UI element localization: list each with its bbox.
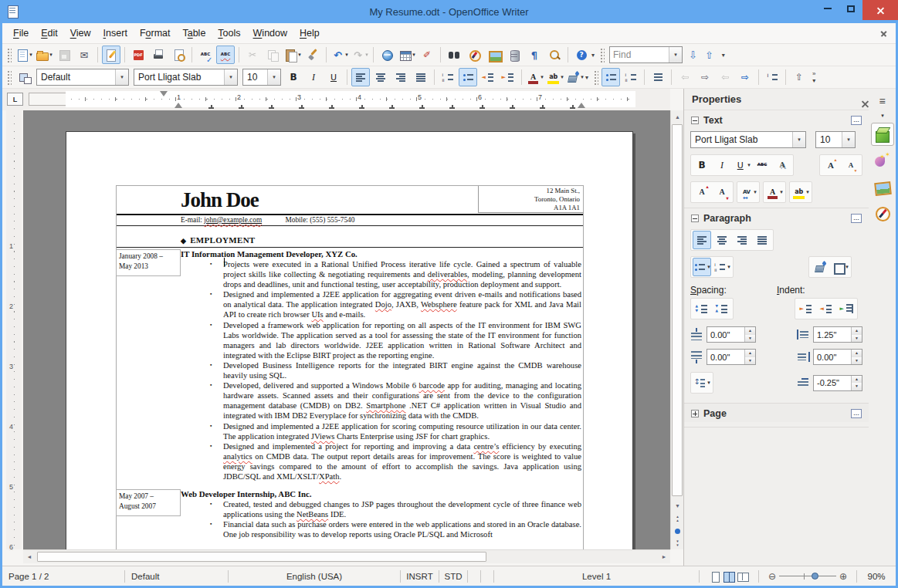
menu-file[interactable]: File — [7, 25, 35, 42]
status-insert-mode[interactable]: INSRT — [401, 566, 439, 586]
collapse-paragraph-section-button[interactable] — [691, 215, 699, 222]
align-justify-button[interactable] — [753, 231, 771, 249]
above-spacing-value[interactable]: 0.00" — [707, 330, 744, 340]
tab-stop-marker[interactable] — [449, 105, 455, 109]
restart-numbering-button[interactable] — [763, 68, 781, 86]
horizontal-scrollbar[interactable]: ◄ ► — [23, 549, 670, 563]
align-center-button[interactable] — [713, 231, 731, 249]
paragraph-style-combo[interactable]: Default ▾ — [36, 69, 129, 86]
find-replace-button[interactable] — [445, 46, 463, 64]
underline-button[interactable]: U▾ — [733, 156, 751, 174]
undo-dropdown[interactable]: ▾ — [345, 52, 348, 58]
numbering-list-on-off-button[interactable] — [622, 68, 640, 86]
font-color-button[interactable]: A▾ — [765, 183, 784, 201]
help-button[interactable]: ? — [572, 46, 591, 64]
email-document-button[interactable]: ✉ — [75, 46, 93, 64]
font-size-combo[interactable]: 10 ▾ — [242, 69, 281, 86]
first-line-indent-marker[interactable] — [160, 91, 168, 96]
strikethrough-button[interactable]: ABC — [753, 156, 771, 174]
switch-indent-button[interactable] — [837, 299, 856, 318]
find-previous-button[interactable]: ⇧ — [705, 49, 713, 61]
numbering-on-off-button[interactable] — [439, 68, 457, 86]
bullets-on-off-button[interactable] — [459, 68, 477, 86]
insert-table-dropdown[interactable]: ▾ — [412, 52, 415, 58]
align-left-button[interactable] — [351, 68, 370, 86]
before-indent-value[interactable]: 1.25" — [814, 330, 851, 340]
sidebar-menu-button[interactable]: ≡▾ — [869, 95, 896, 120]
page-dialog-launcher[interactable] — [851, 409, 862, 418]
next-page-button[interactable]: ▼ ▼ — [671, 537, 684, 549]
zoom-button[interactable] — [545, 46, 564, 64]
spinner-buttons[interactable]: ▲▼ — [744, 350, 755, 364]
tab-stop-marker[interactable] — [479, 105, 485, 109]
decrease-indent-button[interactable] — [479, 68, 497, 86]
paragraph-border-button[interactable]: ▾ — [831, 258, 849, 276]
before-indent-spinner[interactable]: 1.25" ▲▼ — [813, 326, 862, 343]
autospellcheck-button[interactable]: ABC — [216, 46, 235, 64]
promote-one-level-button[interactable]: ⇦ — [676, 68, 694, 86]
sidebar-tab-properties[interactable] — [871, 123, 894, 146]
find-input[interactable] — [610, 49, 669, 60]
collapse-text-section-button[interactable] — [691, 117, 699, 124]
move-up-button[interactable]: ⇧ — [790, 68, 808, 86]
zoom-slider[interactable] — [779, 571, 836, 582]
zoom-out-button[interactable]: ⊖ — [768, 571, 776, 582]
toolbar-grip[interactable] — [6, 69, 12, 85]
demote-with-subpoints-button[interactable]: ⇨ — [736, 68, 754, 86]
sidebar-font-name-combo[interactable]: Port Lligat Slab ▾ — [690, 131, 806, 148]
page-preview-button[interactable] — [169, 46, 188, 64]
bullets-button[interactable]: ▾ — [693, 258, 711, 276]
cut-button[interactable]: ✂ — [243, 46, 262, 64]
font-dropdown-button[interactable]: ▾ — [224, 69, 237, 85]
menu-help[interactable]: Help — [293, 25, 326, 42]
highlighting-button[interactable]: ab▾ — [791, 183, 810, 201]
toolbar-grip[interactable] — [6, 47, 12, 63]
align-left-button[interactable] — [693, 231, 711, 249]
edit-file-button[interactable] — [102, 46, 120, 64]
find-toolbar-overflow-button[interactable]: ▾ — [722, 52, 727, 59]
sidebar-tab-gallery[interactable] — [871, 175, 894, 198]
decrease-spacing-button[interactable] — [713, 299, 731, 318]
bullets-list-on-off-button[interactable] — [601, 68, 620, 86]
status-outline-level[interactable]: Level 1 — [494, 566, 699, 586]
font-name-combo[interactable]: Port Lligat Slab ▾ — [134, 69, 238, 86]
show-draw-functions-button[interactable]: ✐ — [418, 46, 436, 64]
status-page-number[interactable]: Page 1 / 2 — [2, 566, 124, 586]
first-line-indent-value[interactable]: -0.25" — [814, 378, 851, 387]
right-indent-marker[interactable] — [578, 103, 585, 108]
scroll-up-button[interactable]: ▲ — [671, 110, 684, 123]
menu-tools[interactable]: Tools — [212, 25, 246, 42]
spinner-buttons[interactable]: ▲▼ — [851, 327, 862, 342]
redo-button[interactable]: ↷▾ — [351, 46, 369, 64]
tab-stop-marker[interactable] — [419, 105, 425, 109]
above-spacing-spinner[interactable]: 0.00" ▲▼ — [707, 326, 756, 343]
tab-stop-marker[interactable] — [208, 105, 214, 109]
tab-stop-marker[interactable] — [389, 105, 395, 109]
italic-button[interactable]: I — [713, 156, 731, 174]
sidebar-font-size-combo[interactable]: 10 ▾ — [815, 131, 856, 148]
find-toolbar-grip[interactable] — [599, 47, 605, 63]
spellcheck-button[interactable]: ABC — [196, 46, 215, 64]
menu-window[interactable]: Window — [247, 25, 293, 42]
tab-stop-marker[interactable] — [299, 105, 304, 109]
new-document-button[interactable]: ▾ — [15, 46, 33, 64]
status-document-modified[interactable] — [468, 566, 480, 586]
align-right-button[interactable] — [733, 231, 751, 249]
tab-stop-marker[interactable] — [329, 105, 334, 109]
increase-indent-button[interactable] — [499, 68, 517, 86]
below-spacing-spinner[interactable]: 0.00" ▲▼ — [707, 349, 756, 365]
undo-button[interactable]: ↶▾ — [330, 46, 349, 64]
status-language[interactable]: English (USA) — [229, 566, 400, 586]
decrease-indent-button[interactable] — [817, 299, 835, 318]
new-document-dropdown[interactable]: ▾ — [29, 52, 32, 58]
menu-edit[interactable]: Edit — [35, 25, 64, 42]
background-color-button[interactable]: ▾ — [566, 68, 585, 86]
single-page-view-button[interactable] — [710, 571, 720, 582]
multi-page-view-button[interactable] — [723, 571, 734, 582]
horizontal-scroll-thumb[interactable] — [37, 552, 486, 562]
insert-table-button[interactable]: ▾ — [398, 46, 416, 64]
highlighting-button[interactable]: ab▾ — [546, 68, 564, 86]
font-color-button[interactable]: A▾ — [526, 68, 544, 86]
sidebar-tab-styles[interactable] — [871, 149, 894, 172]
book-view-button[interactable] — [737, 571, 748, 582]
